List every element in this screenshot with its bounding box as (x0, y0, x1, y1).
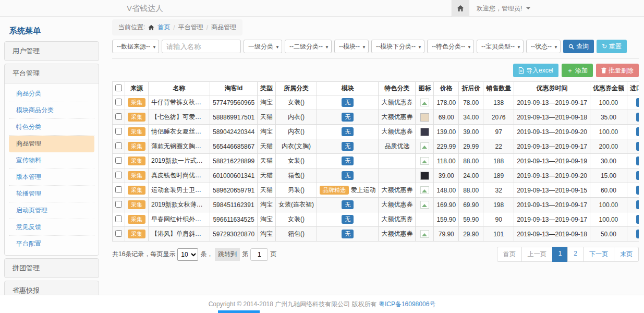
import-flag-badge[interactable]: 否 (636, 215, 639, 224)
row-checkbox[interactable] (115, 215, 122, 222)
row-checkbox[interactable] (115, 186, 122, 193)
row-checkbox[interactable] (115, 128, 122, 135)
filter-select-4[interactable]: --模块下分类--▼ (371, 40, 424, 53)
select-all-header (113, 82, 125, 95)
search-icon (568, 44, 574, 50)
import-flag-badge[interactable]: 否 (636, 98, 639, 107)
pager-button-首页[interactable]: 首页 (497, 247, 522, 262)
feature-category (379, 154, 416, 168)
table-row: 采集运动套装男士卫衣初秋...589620659791天猫男装()品牌精选 爱上… (113, 183, 639, 198)
search-button[interactable]: 查询 (563, 40, 594, 53)
row-checkbox[interactable] (115, 230, 122, 237)
coupon-time: 2019-09-13—2019-09-17 (514, 95, 590, 110)
import-flag-badge[interactable]: 否 (636, 127, 639, 136)
filter-select-3[interactable]: --模块--▼ (334, 40, 369, 53)
per-page-select[interactable]: 10 (177, 248, 198, 261)
sidebar-subitem-意见反馈[interactable]: 意见反馈 (9, 219, 94, 236)
table-row: 采集薄款无钢圈文胸聚拢性...565446685867天猫内衣(文胸)无品质优选… (113, 139, 639, 154)
import-flag-badge[interactable]: 否 (636, 113, 639, 122)
product-name: 2019新款一片式系... (149, 154, 210, 168)
sidebar-subitem-商品管理[interactable]: 商品管理 (9, 136, 94, 152)
page-number-input[interactable] (250, 248, 268, 261)
filter-select-5[interactable]: --特色分类--▼ (427, 40, 474, 53)
row-checkbox[interactable] (115, 99, 122, 105)
import-flag-badge[interactable]: 否 (636, 200, 639, 209)
home-button[interactable] (452, 0, 469, 17)
filter-select-0[interactable]: --数据来源--▼ (112, 40, 159, 53)
add-button[interactable]: ＋ 添加 (562, 64, 593, 77)
pager-button-1[interactable]: 1 (552, 247, 568, 262)
sales-count: 101 (483, 227, 514, 242)
batch-delete-button[interactable]: 批量删除 (596, 64, 639, 77)
module-cell: 无 (317, 154, 379, 168)
filter-select-7[interactable]: --状态--▼ (526, 40, 561, 53)
module-cell: 品牌精选 爱上运动 (317, 183, 379, 198)
row-checkbox[interactable] (115, 172, 122, 178)
image-placeholder-icon (420, 230, 429, 238)
pager-button-2[interactable]: 2 (567, 247, 584, 262)
image-placeholder-icon (420, 157, 429, 165)
sales-count: 189 (483, 168, 514, 183)
import-flag-badge[interactable]: 否 (636, 186, 639, 195)
home-icon (457, 5, 464, 12)
filter-select-6[interactable]: --宝贝类型--▼ (477, 40, 524, 53)
table-row: 采集真皮钱包时尚优雅女士...601000601341天猫箱包()无39.002… (113, 168, 639, 183)
module-cell: 无 (317, 125, 379, 139)
sidebar-item-平台管理[interactable]: 平台管理 (5, 64, 99, 83)
import-flag-badge[interactable]: 否 (636, 142, 639, 151)
select-all-checkbox[interactable] (115, 85, 122, 91)
page-footer: Copyright © 2014-2018 广州九驰网络科技有限公司 版权所有 … (0, 295, 644, 313)
import-flag-badge[interactable]: 否 (636, 171, 639, 180)
platform-type: 淘宝 (258, 227, 276, 242)
jump-prefix: 第 (242, 250, 248, 259)
category: 内衣() (276, 125, 317, 139)
source-cell: 采集 (125, 125, 149, 139)
import-flag-badge[interactable]: 否 (636, 156, 639, 165)
chevron-down-icon: ▼ (152, 45, 156, 50)
filter-select-2[interactable]: --二级分类--▼ (285, 40, 332, 53)
reset-button[interactable]: ↻ 重置 (597, 40, 627, 53)
sidebar-item-用户管理[interactable]: 用户管理 (5, 42, 99, 61)
module-badge: 无 (342, 98, 354, 107)
import-flag-badge[interactable]: 否 (636, 230, 639, 238)
sidebar-subitem-启动页管理[interactable]: 启动页管理 (9, 202, 94, 219)
sidebar-subitem-特色分类[interactable]: 特色分类 (9, 119, 94, 136)
filter-select-1[interactable]: 一级分类▼ (244, 40, 282, 53)
chevron-down-icon: ▼ (418, 45, 422, 50)
chevron-down-icon: ▼ (275, 45, 280, 50)
jump-to-button[interactable]: 跳转到 (215, 248, 240, 261)
module-badge: 无 (342, 215, 354, 224)
row-checkbox[interactable] (115, 157, 122, 164)
sidebar-subitem-商品分类[interactable]: 商品分类 (9, 86, 94, 102)
sidebar-item-省惠快报[interactable]: 省惠快报 (5, 281, 99, 295)
icon-cell (416, 168, 434, 183)
pager-button-末页[interactable]: 末页 (614, 247, 639, 262)
sidebar-item-拼团管理[interactable]: 拼团管理 (5, 259, 99, 278)
pager-button-下一页[interactable]: 下一页 (583, 247, 614, 262)
row-checkbox[interactable] (115, 142, 122, 149)
column-header-优惠券金额: 优惠券金额 (590, 82, 627, 95)
sidebar-subitem-平台配置[interactable]: 平台配置 (9, 236, 94, 252)
name-search-input[interactable] (162, 40, 241, 53)
sidebar-subitem-版本管理[interactable]: 版本管理 (9, 169, 94, 186)
column-header-特色分类: 特色分类 (379, 82, 416, 95)
source-cell: 采集 (125, 139, 149, 154)
import-select-cell: 否 (627, 95, 639, 110)
platform-type: 天猫 (258, 139, 276, 154)
breadcrumb-home-link[interactable]: 首页 (157, 23, 170, 32)
row-checkbox[interactable] (115, 113, 122, 120)
sales-count: 90 (483, 212, 514, 227)
product-name: 早春网红针织外套女春... (149, 212, 210, 227)
feature-category: 大额优惠券 (379, 183, 416, 198)
column-header-来源: 来源 (125, 82, 149, 95)
icp-link[interactable]: 粤ICP备16098006号 (379, 300, 435, 309)
import-excel-button[interactable]: 导入excel (513, 64, 558, 77)
sidebar-subitem-轮播管理[interactable]: 轮播管理 (9, 186, 94, 202)
breadcrumb-separator: / (206, 24, 208, 31)
sidebar-subitem-模块商品分类[interactable]: 模块商品分类 (9, 102, 94, 119)
user-menu[interactable]: 欢迎您，管理员! (477, 4, 530, 13)
row-checkbox[interactable] (115, 201, 122, 208)
reset-button-label: 重置 (609, 42, 622, 51)
sidebar-subitem-宣传物料[interactable]: 宣传物料 (9, 152, 94, 169)
pager-button-上一页[interactable]: 上一页 (521, 247, 553, 262)
